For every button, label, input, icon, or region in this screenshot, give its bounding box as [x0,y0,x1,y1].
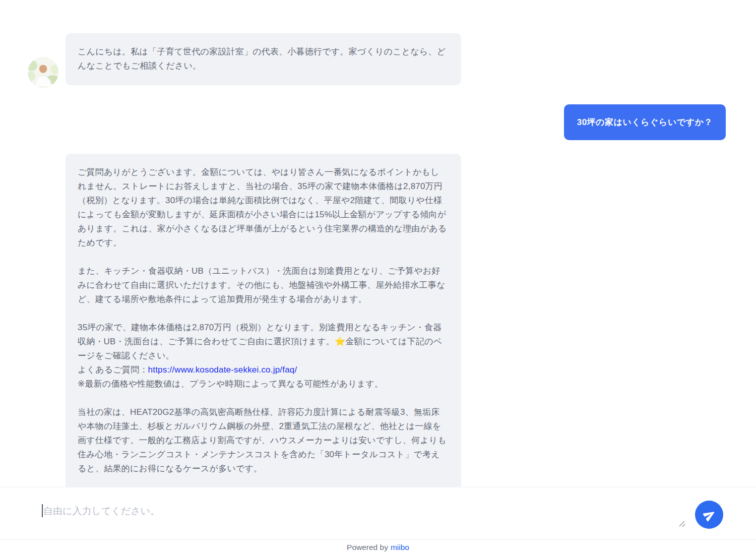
footer: Powered by miibo [0,539,756,555]
message-paragraph: 当社の家は、HEAT20G2基準の高気密高断熱仕様、許容応力度計算による耐震等級… [78,405,448,476]
bot-message-bubble: ご質問ありがとうございます。金額については、やはり皆さん一番気になるポイントかも… [66,154,461,487]
bot-message-greeting: こんにちは。私は「子育て世代の家設計室」の代表、小暮徳行です。家づくりのことなら… [0,33,756,85]
resize-handle-icon[interactable] [677,519,685,527]
miibo-link[interactable]: miibo [391,543,409,552]
text-caret [42,504,43,517]
bot-message-bubble: こんにちは。私は「子育て世代の家設計室」の代表、小暮徳行です。家づくりのことなら… [66,33,461,85]
bot-message-answer: ご質問ありがとうございます。金額については、やはり皆さん一番気になるポイントかも… [0,154,756,487]
message-paragraph: また、キッチン・食器収納・UB（ユニットバス）・洗面台は別途費用となり、ご予算や… [78,264,448,306]
message-paragraph: 35坪の家で、建物本体価格は2,870万円（税別）となります。別途費用となるキッ… [78,321,448,391]
message-input-bar [0,487,756,539]
faq-label: よくあるご質問： [78,365,148,375]
message-text: 30坪の家はいくらぐらいですか？ [577,117,713,127]
price-note: ※最新の価格や性能数値は、プランや時期によって異なる可能性があります。 [78,379,383,389]
send-button[interactable] [695,501,723,529]
avatar-image [28,57,58,88]
chat-area: こんにちは。私は「子育て世代の家設計室」の代表、小暮徳行です。家づくりのことなら… [0,0,756,487]
message-input[interactable] [40,498,687,530]
powered-by-text: Powered by [347,543,388,552]
faq-link[interactable]: https://www.kosodate-sekkei.co.jp/faq/ [148,365,297,375]
send-icon [701,506,719,524]
user-message: 30坪の家はいくらぐらいですか？ [0,104,756,140]
message-text: こんにちは。私は「子育て世代の家設計室」の代表、小暮徳行です。家づくりのことなら… [78,45,448,73]
message-paragraph: ご質問ありがとうございます。金額については、やはり皆さん一番気になるポイントかも… [78,165,448,250]
message-text: 35坪の家で、建物本体価格は2,870万円（税別）となります。別途費用となるキッ… [78,323,442,360]
user-message-bubble: 30坪の家はいくらぐらいですか？ [564,104,726,140]
bot-avatar [28,57,58,88]
